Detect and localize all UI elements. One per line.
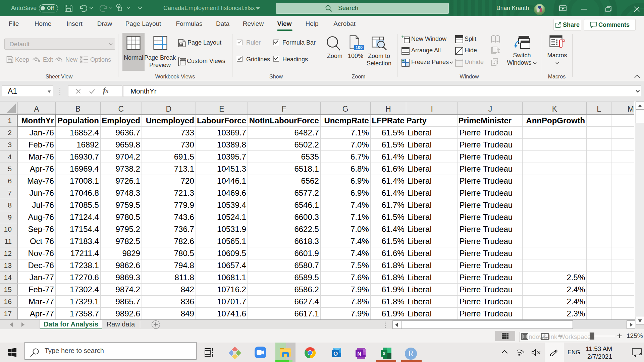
svg-text:O: O [333,351,338,357]
svg-text:N: N [357,351,361,357]
svg-text:X: X [382,351,386,356]
